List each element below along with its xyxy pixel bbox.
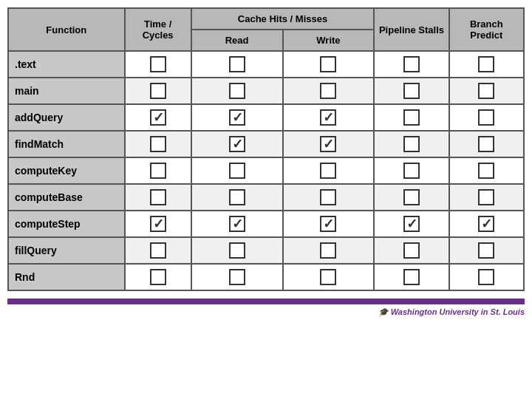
- branch-checkbox-cell[interactable]: [449, 211, 524, 237]
- pipeline-checkbox-cell[interactable]: [374, 211, 449, 237]
- read-checkbox-cell[interactable]: [191, 157, 283, 184]
- read-checkbox[interactable]: [229, 163, 245, 179]
- read-checkbox-cell[interactable]: [191, 211, 283, 237]
- branch-checkbox-cell[interactable]: [449, 104, 524, 131]
- branch-checkbox[interactable]: [478, 189, 494, 205]
- write-checkbox-cell[interactable]: [283, 157, 375, 184]
- function-cell: computeKey: [8, 157, 125, 184]
- write-checkbox[interactable]: [320, 163, 336, 179]
- pipeline-checkbox[interactable]: [403, 163, 420, 179]
- write-checkbox-cell[interactable]: [283, 184, 375, 211]
- pipeline-checkbox[interactable]: [403, 109, 420, 126]
- pipeline-checkbox[interactable]: [403, 136, 420, 152]
- pipeline-checkbox-cell[interactable]: [374, 51, 449, 78]
- read-checkbox-cell[interactable]: [191, 264, 283, 290]
- branch-checkbox-cell[interactable]: [449, 184, 524, 211]
- pipeline-checkbox-cell[interactable]: [374, 184, 449, 211]
- time-checkbox[interactable]: [150, 136, 166, 152]
- branch-checkbox[interactable]: [478, 109, 494, 126]
- write-checkbox-cell[interactable]: [283, 104, 375, 131]
- write-checkbox-cell[interactable]: [283, 51, 375, 78]
- function-cell: Rnd: [8, 264, 125, 290]
- branch-checkbox[interactable]: [478, 83, 494, 99]
- read-checkbox[interactable]: [229, 83, 245, 99]
- read-checkbox[interactable]: [229, 56, 245, 72]
- branch-checkbox-cell[interactable]: [449, 264, 524, 290]
- pipeline-checkbox-cell[interactable]: [374, 131, 449, 157]
- write-checkbox[interactable]: [320, 216, 336, 232]
- function-cell: fillQuery: [8, 237, 125, 264]
- function-cell: main: [8, 78, 125, 104]
- time-checkbox-cell[interactable]: [125, 131, 191, 157]
- read-checkbox[interactable]: [229, 189, 245, 205]
- cache-hits-misses-header: Cache Hits / Misses: [191, 8, 375, 30]
- pipeline-checkbox-cell[interactable]: [374, 78, 449, 104]
- read-checkbox-cell[interactable]: [191, 78, 283, 104]
- time-checkbox[interactable]: [150, 269, 166, 285]
- time-checkbox[interactable]: [150, 163, 166, 179]
- write-checkbox[interactable]: [320, 56, 336, 72]
- write-checkbox[interactable]: [320, 136, 336, 152]
- read-checkbox[interactable]: [229, 269, 245, 285]
- branch-checkbox-cell[interactable]: [449, 78, 524, 104]
- write-checkbox-cell[interactable]: [283, 131, 375, 157]
- write-checkbox-cell[interactable]: [283, 264, 375, 290]
- branch-checkbox-cell[interactable]: [449, 131, 524, 157]
- write-checkbox[interactable]: [320, 242, 336, 259]
- write-header: Write: [283, 30, 375, 51]
- pipeline-checkbox[interactable]: [403, 189, 420, 205]
- branch-checkbox-cell[interactable]: [449, 237, 524, 264]
- read-checkbox-cell[interactable]: [191, 104, 283, 131]
- read-checkbox[interactable]: [229, 242, 245, 259]
- time-checkbox-cell[interactable]: [125, 211, 191, 237]
- pipeline-checkbox[interactable]: [403, 83, 420, 99]
- pipeline-checkbox-cell[interactable]: [374, 237, 449, 264]
- read-checkbox-cell[interactable]: [191, 131, 283, 157]
- time-checkbox-cell[interactable]: [125, 157, 191, 184]
- time-checkbox[interactable]: [150, 109, 166, 126]
- branch-checkbox[interactable]: [478, 163, 494, 179]
- write-checkbox-cell[interactable]: [283, 237, 375, 264]
- time-checkbox[interactable]: [150, 83, 166, 99]
- branch-checkbox-cell[interactable]: [449, 157, 524, 184]
- pipeline-checkbox-cell[interactable]: [374, 104, 449, 131]
- time-checkbox-cell[interactable]: [125, 51, 191, 78]
- time-checkbox[interactable]: [150, 216, 166, 232]
- time-checkbox[interactable]: [150, 56, 166, 72]
- branch-checkbox-cell[interactable]: [449, 51, 524, 78]
- time-checkbox-cell[interactable]: [125, 184, 191, 211]
- time-checkbox-cell[interactable]: [125, 237, 191, 264]
- read-checkbox[interactable]: [229, 216, 245, 232]
- pipeline-checkbox[interactable]: [403, 242, 420, 259]
- pipeline-checkbox-cell[interactable]: [374, 157, 449, 184]
- write-checkbox[interactable]: [320, 189, 336, 205]
- pipeline-checkbox[interactable]: [403, 269, 420, 285]
- pipeline-checkbox[interactable]: [403, 56, 420, 72]
- function-cell: addQuery: [8, 104, 125, 131]
- write-checkbox-cell[interactable]: [283, 211, 375, 237]
- read-checkbox[interactable]: [229, 109, 245, 126]
- branch-checkbox[interactable]: [478, 216, 494, 232]
- branch-checkbox[interactable]: [478, 56, 494, 72]
- time-checkbox-cell[interactable]: [125, 104, 191, 131]
- read-checkbox-cell[interactable]: [191, 184, 283, 211]
- time-checkbox[interactable]: [150, 242, 166, 259]
- write-checkbox[interactable]: [320, 83, 336, 99]
- read-checkbox[interactable]: [229, 136, 245, 152]
- time-checkbox-cell[interactable]: [125, 78, 191, 104]
- write-checkbox[interactable]: [320, 109, 336, 126]
- pipeline-checkbox-cell[interactable]: [374, 264, 449, 290]
- branch-checkbox[interactable]: [478, 242, 494, 259]
- branch-checkbox[interactable]: [478, 136, 494, 152]
- time-checkbox[interactable]: [150, 189, 166, 205]
- pipeline-checkbox[interactable]: [403, 216, 420, 232]
- function-cell: .text: [8, 51, 125, 78]
- read-checkbox-cell[interactable]: [191, 51, 283, 78]
- write-checkbox[interactable]: [320, 269, 336, 285]
- read-checkbox-cell[interactable]: [191, 237, 283, 264]
- branch-checkbox[interactable]: [478, 269, 494, 285]
- write-checkbox-cell[interactable]: [283, 78, 375, 104]
- read-header: Read: [191, 30, 283, 51]
- time-checkbox-cell[interactable]: [125, 264, 191, 290]
- pipeline-stalls-header: Pipeline Stalls: [374, 8, 449, 51]
